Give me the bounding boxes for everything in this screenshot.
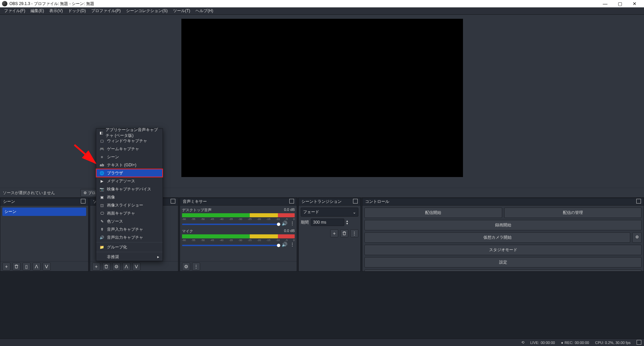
start-vcam-button[interactable]: 仮想カメラ開始: [364, 232, 630, 243]
scene-icon: ≡: [100, 155, 104, 159]
audio-meter: [182, 234, 295, 238]
popout-icon[interactable]: [353, 199, 358, 204]
audio-channel-mic: マイク 0.0 dB -60-55-50-45-40-35-30-25-20-1…: [182, 229, 295, 247]
add-source-context-menu: ◧アプリケーション音声キャプチャ (ベータ版) ▢ウィンドウキャプチャ 🎮ゲーム…: [96, 128, 163, 261]
minimize-button[interactable]: —: [598, 0, 612, 7]
source-properties-button[interactable]: ⚙: [112, 263, 120, 271]
source-down-button[interactable]: ᐯ: [132, 263, 140, 271]
source-up-button[interactable]: ᐱ: [122, 263, 130, 271]
scene-item[interactable]: シーン: [2, 208, 86, 216]
ctx-item-display-capture[interactable]: 🖵画面キャプチャ: [96, 209, 163, 217]
start-stream-button[interactable]: 配信開始: [364, 208, 502, 218]
transitions-header[interactable]: シーントランジション: [299, 198, 360, 206]
transition-select[interactable]: フェード ⌄: [301, 208, 358, 217]
ctx-item-audio-output[interactable]: 🔊音声出力キャプチャ: [96, 233, 163, 241]
remove-scene-button[interactable]: [12, 263, 20, 271]
menu-dock[interactable]: ドック(D): [65, 7, 89, 14]
audio-channel-desktop: デスクトップ音声 0.0 dB -60-55-50-45-40-35-30-25…: [182, 208, 295, 226]
popout-icon[interactable]: [289, 199, 294, 204]
ctx-item-text[interactable]: abテキスト (GDI+): [96, 161, 163, 169]
color-source-icon: ✎: [100, 219, 104, 224]
menu-scene-collection[interactable]: シーンコレクション(S): [123, 7, 170, 14]
submenu-arrow-icon: ▸: [157, 254, 159, 259]
audio-options-button[interactable]: ⋮: [290, 242, 295, 247]
popout-icon[interactable]: [171, 199, 175, 204]
audio-advanced-button[interactable]: ⚙: [182, 263, 190, 271]
manage-stream-button[interactable]: 配信の管理: [504, 208, 642, 218]
ctx-item-slideshow[interactable]: ◫画像スライドショー: [96, 201, 163, 209]
settings-button[interactable]: 設定: [364, 257, 642, 268]
status-live: LIVE: 00:00:00: [530, 341, 555, 345]
audio-mixer-dock: 音声ミキサー デスクトップ音声 0.0 dB -60-55-50-45-40-3…: [180, 198, 297, 272]
speaker-icon[interactable]: 🔊: [282, 242, 287, 247]
volume-slider[interactable]: [182, 245, 279, 246]
menu-edit[interactable]: 編集(E): [28, 7, 47, 14]
ctx-item-media[interactable]: ▶メディアソース: [96, 177, 163, 185]
ctx-item-audio-input[interactable]: 🎙音声入力キャプチャ: [96, 225, 163, 233]
menu-file[interactable]: ファイル(F): [1, 7, 28, 14]
folder-icon: 📁: [100, 245, 104, 249]
add-scene-button[interactable]: +: [2, 263, 10, 271]
scene-down-button[interactable]: ᐯ: [43, 263, 51, 271]
network-icon: ⟲: [521, 340, 524, 345]
audio-mixer-header[interactable]: 音声ミキサー: [180, 198, 297, 206]
app-audio-icon: ◧: [100, 130, 103, 135]
volume-slider[interactable]: [182, 224, 279, 225]
audio-options-button[interactable]: ⋮: [290, 221, 295, 226]
audio-output-icon: 🔊: [100, 235, 104, 240]
obs-logo-icon: [2, 1, 7, 6]
ctx-item-group[interactable]: 📁グループ化: [96, 243, 163, 251]
browser-icon: 🌐: [100, 171, 104, 175]
status-network: ⟲: [521, 340, 524, 345]
media-icon: ▶: [100, 179, 104, 183]
popout-icon[interactable]: [81, 199, 85, 204]
menu-help[interactable]: ヘルプ(H): [193, 7, 216, 14]
preview-canvas[interactable]: [181, 19, 463, 177]
transition-menu-button[interactable]: ⋮: [350, 229, 358, 237]
image-icon: ▣: [100, 195, 104, 199]
exit-button[interactable]: 終了: [364, 270, 642, 271]
audio-meter: [182, 213, 295, 217]
status-cpu: CPU: 0.2%, 30.00 fps: [595, 341, 631, 345]
scene-filter-button[interactable]: ▯: [22, 263, 31, 271]
controls-header[interactable]: コントロール: [362, 198, 644, 206]
add-source-button[interactable]: +: [92, 263, 100, 271]
duration-input[interactable]: [311, 219, 344, 226]
status-dock-icon[interactable]: [637, 341, 641, 345]
menu-profile[interactable]: プロファイル(P): [89, 7, 123, 14]
ctx-item-image[interactable]: ▣画像: [96, 193, 163, 201]
vcam-settings-button[interactable]: ⚙: [632, 232, 642, 243]
slideshow-icon: ◫: [100, 203, 104, 208]
speaker-icon[interactable]: 🔊: [282, 221, 287, 226]
scene-up-button[interactable]: ᐱ: [33, 263, 41, 271]
add-transition-button[interactable]: +: [330, 229, 338, 237]
menubar: ファイル(F) 編集(E) 表示(V) ドック(D) プロファイル(P) シーン…: [0, 7, 644, 15]
menu-view[interactable]: 表示(V): [47, 7, 65, 14]
dropdown-icon: ⌄: [353, 210, 356, 215]
audio-scale: -60-55-50-45-40-35-30-25-20-15-10-50: [182, 218, 295, 221]
ctx-item-video-capture[interactable]: 📷映像キャプチャデバイス: [96, 185, 163, 193]
audio-menu-button[interactable]: ⋮: [192, 263, 200, 271]
menu-tools[interactable]: ツール(T): [170, 7, 193, 14]
statusbar: ⟲ LIVE: 00:00:00 ● REC: 00:00:00 CPU: 0.…: [0, 339, 644, 346]
display-capture-icon: 🖵: [100, 211, 104, 216]
remove-source-button[interactable]: [102, 263, 110, 271]
start-record-button[interactable]: 録画開始: [364, 220, 642, 230]
scenes-dock-header[interactable]: シーン: [0, 198, 88, 206]
studio-mode-button[interactable]: スタジオモード: [364, 245, 642, 255]
close-button[interactable]: ✕: [627, 0, 642, 7]
ctx-item-deprecated[interactable]: 非推奨▸: [96, 253, 163, 261]
audio-channel-name: デスクトップ音声: [182, 208, 212, 213]
ctx-item-color-source[interactable]: ✎色ソース: [96, 217, 163, 225]
ctx-item-app-audio[interactable]: ◧アプリケーション音声キャプチャ (ベータ版): [96, 129, 163, 137]
gear-icon: ⚙: [83, 191, 87, 195]
ctx-item-scene[interactable]: ≡シーン: [96, 153, 163, 161]
ctx-item-browser[interactable]: 🌐ブラウザ: [96, 169, 163, 177]
maximize-button[interactable]: ▢: [612, 0, 627, 7]
audio-input-icon: 🎙: [100, 227, 104, 232]
remove-transition-button[interactable]: [340, 229, 348, 237]
popout-icon[interactable]: [636, 199, 641, 204]
ctx-item-game-capture[interactable]: 🎮ゲームキャプチャ: [96, 145, 163, 153]
spinner-icon[interactable]: ▴▾: [346, 220, 348, 225]
window-titlebar: OBS 29.1.3 - プロファイル: 無題 - シーン: 無題 — ▢ ✕: [0, 0, 644, 7]
